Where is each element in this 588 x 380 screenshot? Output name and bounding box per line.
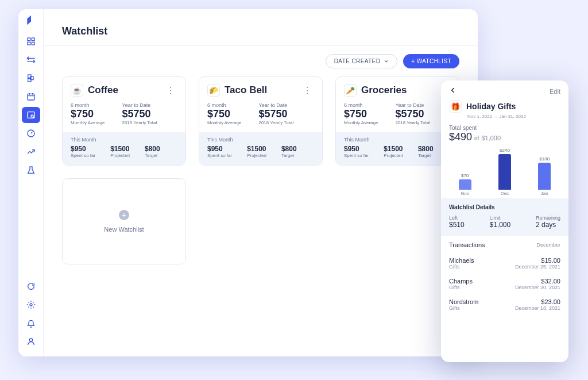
nav-transfers[interactable] [22, 52, 40, 68]
chart-bar-rect [538, 163, 551, 190]
nav-refresh[interactable] [22, 278, 40, 294]
trx-name: Michaels [449, 257, 474, 264]
svg-rect-2 [28, 42, 30, 45]
stat-label: Year to Date [395, 102, 430, 108]
page-header: Watchlist [44, 9, 478, 46]
stat-label: 6 month [344, 102, 378, 108]
sort-dropdown[interactable]: DATE CREATED [326, 54, 398, 68]
sort-label: DATE CREATED [334, 58, 381, 64]
chart-bar-rect [498, 154, 511, 190]
ministat-label: Spent so far [71, 153, 95, 158]
transaction-row[interactable]: ChampsGifts$32.00December 20, 2021 [449, 274, 560, 294]
nav-labs[interactable] [22, 162, 40, 178]
stat-sublabel: 2018 Yearly Total [258, 120, 293, 125]
this-month-label: This Month [207, 137, 314, 143]
detail-limit-label: Limit [489, 215, 510, 221]
main-window: Watchlist DATE CREATED + WATCHLIST ☕ Cof… [18, 9, 478, 356]
ministat-label: Target [281, 153, 297, 158]
chevron-down-icon [384, 59, 389, 64]
card-emoji-icon: 🌮 [207, 84, 220, 97]
new-watchlist-card[interactable]: + New Watchlist [62, 178, 186, 264]
chart-bar: $70Nov [456, 173, 474, 196]
stat-value: $750 [344, 108, 378, 120]
watchlist-detail-panel: Edit 🎁 Holiday Gifts Nov 1, 2021 — Jan 3… [441, 80, 568, 362]
stat-label: Year to Date [122, 102, 157, 108]
nav-settings[interactable] [22, 297, 40, 313]
svg-rect-3 [32, 42, 34, 45]
transaction-row[interactable]: MichaelsGifts$15.00December 25, 2021 [449, 253, 560, 274]
chart-bar-value: $180 [539, 156, 550, 162]
card-emoji-icon: ☕ [71, 84, 83, 97]
nav-calendar[interactable] [22, 89, 40, 105]
nav-notifications[interactable] [22, 315, 40, 331]
stat-value: $5750 [122, 108, 157, 120]
chart-bar-value: $240 [500, 148, 510, 153]
svg-rect-7 [28, 94, 34, 100]
nav-watchlist[interactable] [22, 107, 40, 123]
add-watchlist-button[interactable]: + WATCHLIST [403, 54, 459, 68]
watchlist-card[interactable]: 🌮 Taco Bell ⋮ 6 month $750 Monthly Avera… [199, 76, 323, 166]
plus-icon: + [119, 210, 129, 220]
card-title: Taco Bell [225, 85, 296, 96]
svg-rect-1 [32, 38, 34, 41]
ministat-value: $950 [207, 145, 232, 153]
stat-value: $5750 [258, 108, 293, 120]
total-spent-label: Total spent [449, 125, 560, 131]
nav-reports[interactable] [22, 144, 40, 160]
trx-amount: $32.00 [515, 278, 560, 285]
spending-bar-chart: $70Nov$240Dec$180Jan [441, 143, 568, 198]
transactions-month: December [536, 242, 560, 248]
ministat-value: $950 [344, 145, 369, 153]
ministat-label: Target [145, 153, 160, 158]
ministat-label: Projected [384, 153, 403, 158]
chart-bar-rect [459, 179, 471, 190]
detail-limit-value: $1,000 [489, 221, 510, 229]
sidebar [18, 9, 44, 356]
nav-categories[interactable] [22, 70, 40, 86]
card-menu-button[interactable]: ⋮ [300, 85, 314, 96]
watchlist-details-section: Watchlist Details Left$510 Limit$1,000 R… [441, 198, 568, 236]
detail-dates: Nov 1, 2021 — Jan 31, 2022 [441, 114, 568, 125]
stat-label: Year to Date [258, 102, 293, 108]
back-button[interactable] [449, 86, 457, 97]
ministat-label: Target [418, 153, 434, 158]
chart-bar: $180Jan [535, 156, 554, 196]
stat-sublabel: Monthly Average [207, 120, 241, 125]
trx-name: Nordstrom [449, 298, 478, 305]
chevron-left-icon [449, 86, 457, 94]
app-logo [25, 14, 37, 26]
card-emoji-icon: 🥕 [344, 84, 357, 97]
nav-dashboard[interactable] [22, 33, 40, 49]
toolbar: DATE CREATED + WATCHLIST [44, 46, 478, 68]
card-title: Groceries [361, 85, 432, 96]
new-watchlist-label: New Watchlist [104, 226, 144, 233]
transaction-row[interactable]: NordstromGifts$23.00December 18, 2021 [449, 294, 560, 315]
nav-profile[interactable] [22, 333, 40, 350]
watchlist-card[interactable]: ☕ Coffee ⋮ 6 month $750 Monthly Average … [62, 76, 186, 166]
trx-date: December 18, 2021 [515, 305, 560, 311]
svg-rect-0 [28, 38, 30, 41]
cards-grid: ☕ Coffee ⋮ 6 month $750 Monthly Average … [44, 68, 478, 276]
trx-category: Gifts [449, 285, 473, 290]
detail-title: Holiday Gifts [466, 102, 516, 111]
chart-bar-label: Jan [541, 191, 548, 196]
edit-button[interactable]: Edit [550, 88, 560, 95]
trx-amount: $23.00 [515, 298, 560, 305]
details-heading: Watchlist Details [449, 204, 560, 210]
stat-sublabel: Monthly Average [344, 120, 378, 125]
card-title: Coffee [88, 85, 159, 96]
stat-value: $5750 [395, 108, 430, 120]
ministat-value: $800 [145, 145, 160, 153]
stat-sublabel: 2018 Yearly Total [122, 120, 157, 125]
trx-category: Gifts [449, 264, 474, 270]
card-menu-button[interactable]: ⋮ [164, 85, 177, 96]
ministat-label: Spent so far [207, 153, 232, 158]
svg-point-12 [29, 339, 32, 341]
nav-gauge[interactable] [22, 125, 40, 141]
trx-category: Gifts [449, 305, 478, 311]
page-title: Watchlist [62, 25, 459, 37]
ministat-label: Spent so far [344, 153, 369, 158]
of-label: of [474, 135, 479, 141]
chart-bar: $240Dec [496, 148, 514, 196]
stat-label: 6 month [207, 102, 241, 108]
